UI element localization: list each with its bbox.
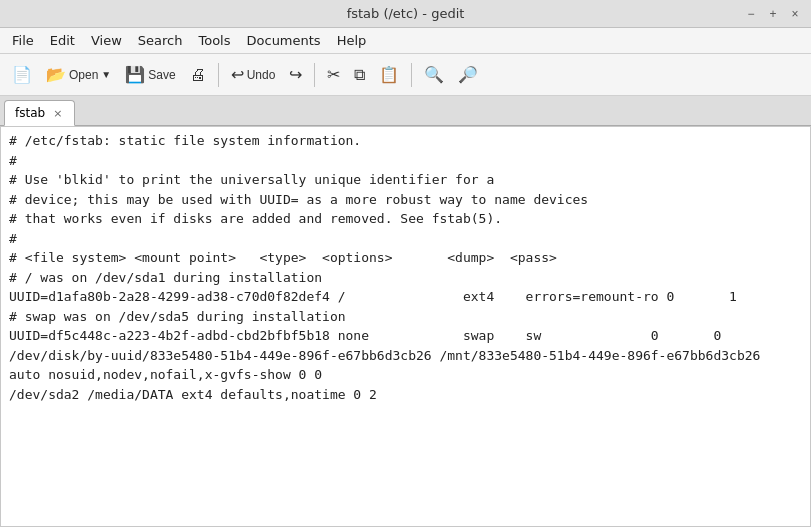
toolbar-separator-3 [411, 63, 412, 87]
open-label: Open [69, 68, 98, 82]
window-title: fstab (/etc) - gedit [68, 6, 743, 21]
main-content: # /etc/fstab: static file system informa… [0, 126, 811, 527]
menu-item-edit[interactable]: Edit [42, 30, 83, 51]
menubar: FileEditViewSearchToolsDocumentsHelp [0, 28, 811, 54]
cut-button[interactable]: ✂ [321, 58, 346, 92]
save-label: Save [148, 68, 175, 82]
toolbar-separator-1 [218, 63, 219, 87]
undo-button[interactable]: ↩ Undo [225, 58, 282, 92]
menu-item-file[interactable]: File [4, 30, 42, 51]
tab-fstab[interactable]: fstab × [4, 100, 75, 126]
open-dropdown-icon: ▼ [101, 69, 111, 80]
editor-area[interactable]: # /etc/fstab: static file system informa… [0, 126, 811, 527]
find-icon: 🔍 [424, 65, 444, 84]
redo-icon: ↪ [289, 65, 302, 84]
copy-icon: ⧉ [354, 66, 365, 84]
undo-label: Undo [247, 68, 276, 82]
toolbar-separator-2 [314, 63, 315, 87]
tab-label: fstab [15, 106, 45, 120]
save-icon: 💾 [125, 65, 145, 84]
print-button[interactable]: 🖨 [184, 58, 212, 92]
tab-bar: fstab × [0, 96, 811, 126]
open-icon: 📂 [46, 65, 66, 84]
menu-item-help[interactable]: Help [329, 30, 375, 51]
print-icon: 🖨 [190, 66, 206, 84]
find-button[interactable]: 🔍 [418, 58, 450, 92]
maximize-button[interactable]: + [765, 6, 781, 22]
replace-icon: 🔎 [458, 65, 478, 84]
titlebar: fstab (/etc) - gedit − + × [0, 0, 811, 28]
save-button[interactable]: 💾 Save [119, 58, 181, 92]
toolbar: 📄 📂 Open ▼ 💾 Save 🖨 ↩ Undo ↪ ✂ ⧉ 📋 🔍 🔎 [0, 54, 811, 96]
tab-close-button[interactable]: × [51, 107, 64, 120]
menu-item-documents[interactable]: Documents [239, 30, 329, 51]
paste-button[interactable]: 📋 [373, 58, 405, 92]
minimize-button[interactable]: − [743, 6, 759, 22]
new-icon: 📄 [12, 65, 32, 84]
window-controls: − + × [743, 6, 803, 22]
menu-item-tools[interactable]: Tools [190, 30, 238, 51]
open-button[interactable]: 📂 Open ▼ [40, 58, 117, 92]
replace-button[interactable]: 🔎 [452, 58, 484, 92]
paste-icon: 📋 [379, 65, 399, 84]
copy-button[interactable]: ⧉ [348, 58, 371, 92]
close-button[interactable]: × [787, 6, 803, 22]
menu-item-search[interactable]: Search [130, 30, 191, 51]
cut-icon: ✂ [327, 65, 340, 84]
redo-button[interactable]: ↪ [283, 58, 308, 92]
menu-item-view[interactable]: View [83, 30, 130, 51]
undo-icon: ↩ [231, 65, 244, 84]
new-button[interactable]: 📄 [6, 58, 38, 92]
